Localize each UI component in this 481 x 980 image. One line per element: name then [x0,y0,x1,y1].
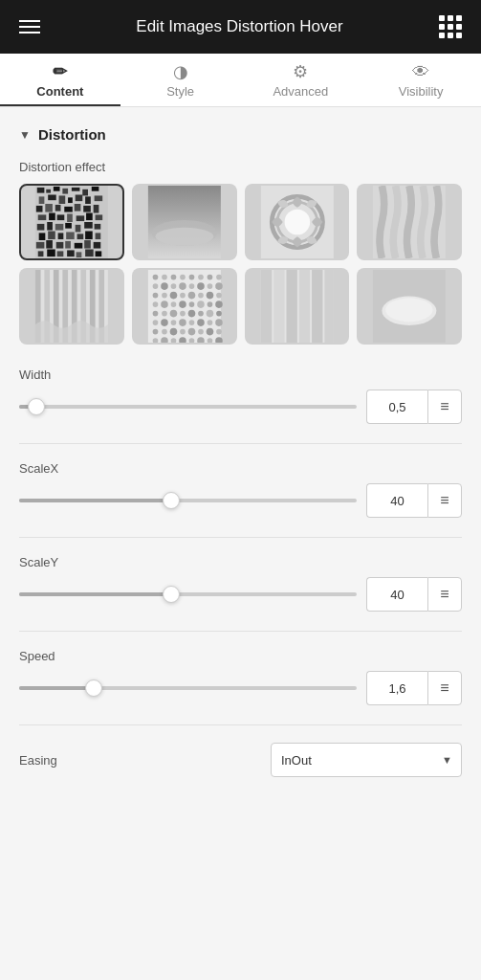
svg-rect-27 [86,213,93,221]
speed-label: Speed [19,649,462,663]
svg-point-107 [152,311,158,317]
svg-point-123 [152,329,158,335]
scaley-track[interactable] [19,592,357,596]
svg-point-76 [162,275,167,280]
svg-point-115 [152,320,158,325]
svg-rect-52 [57,251,64,256]
scaley-label: ScaleY [19,555,462,569]
effect-thumb-2[interactable] [132,184,237,260]
svg-point-113 [206,310,213,318]
svg-rect-41 [85,232,93,240]
svg-rect-141 [273,270,284,343]
main-content: ▼ Distortion Distortion effect [0,107,481,796]
speed-unit-button[interactable]: ≡ [427,671,462,705]
distortion-section-header: ▼ Distortion [19,126,462,143]
svg-rect-3 [54,187,60,191]
svg-point-106 [215,301,223,308]
effect-thumb-3[interactable] [245,184,350,260]
svg-rect-28 [96,214,103,220]
section-title: Distortion [38,126,106,143]
effect-thumb-7[interactable] [245,268,350,345]
tab-content[interactable]: ✏ Content [0,54,120,106]
svg-rect-46 [65,241,71,249]
svg-rect-56 [96,251,102,256]
svg-rect-24 [57,214,65,220]
scaley-control: ≡ [19,577,462,612]
svg-point-116 [161,319,168,326]
speed-track[interactable] [19,686,357,690]
svg-point-111 [187,310,195,318]
svg-rect-143 [298,270,309,343]
svg-rect-19 [75,204,81,212]
svg-point-59 [155,228,213,246]
scaley-input[interactable] [366,577,427,612]
menu-button[interactable] [19,20,40,33]
speed-slider-row: Speed ≡ [19,649,462,705]
svg-rect-22 [38,214,47,220]
width-track[interactable] [19,405,357,409]
tabs-bar: ✏ Content ◑ Style ⚙ Advanced 👁 Visibilit… [0,54,481,107]
tab-style[interactable]: ◑ Style [120,54,241,106]
svg-point-127 [187,328,195,336]
width-thumb[interactable] [28,398,45,415]
easing-label: Easing [19,753,57,768]
scaley-unit-button[interactable]: ≡ [427,577,462,612]
width-input[interactable] [366,390,427,424]
scalex-unit-button[interactable]: ≡ [427,483,462,518]
svg-point-86 [179,282,186,290]
svg-rect-4 [62,189,68,194]
speed-input[interactable] [366,671,427,705]
svg-rect-25 [67,213,73,222]
svg-rect-15 [36,206,43,212]
tab-advanced-label: Advanced [273,84,328,99]
width-unit-button[interactable]: ≡ [427,390,462,424]
style-icon: ◑ [173,63,188,80]
tab-visibility[interactable]: 👁 Visibility [361,54,481,106]
scalex-input[interactable] [366,483,427,518]
svg-rect-50 [38,251,44,256]
visibility-icon: 👁 [412,63,429,80]
tab-advanced[interactable]: ⚙ Advanced [241,54,361,106]
svg-rect-31 [55,224,64,231]
svg-rect-5 [72,188,80,191]
effect-thumb-4[interactable] [357,184,462,260]
speed-thumb[interactable] [85,679,102,697]
effect-thumb-8[interactable] [357,268,462,345]
effect-thumb-1[interactable] [19,184,124,260]
svg-rect-36 [39,233,46,240]
apps-button[interactable] [439,15,462,38]
svg-rect-53 [67,250,75,256]
svg-rect-23 [49,213,55,221]
svg-point-124 [162,329,167,335]
svg-point-126 [180,329,186,335]
scalex-track[interactable] [19,499,357,502]
svg-point-109 [169,310,177,318]
svg-rect-21 [94,205,99,213]
scaley-thumb[interactable] [163,586,180,603]
svg-rect-33 [76,225,81,233]
easing-select-wrapper: In Out InOut Linear [271,743,462,777]
svg-point-103 [188,301,194,307]
scalex-thumb[interactable] [163,492,180,509]
svg-rect-14 [95,195,103,201]
collapse-arrow-icon[interactable]: ▼ [19,128,31,142]
effect-thumb-5[interactable] [19,268,124,345]
easing-select[interactable]: In Out InOut Linear [271,743,462,777]
width-control: ≡ [19,390,462,424]
svg-rect-29 [37,224,45,231]
svg-rect-9 [48,195,56,201]
svg-point-100 [161,301,168,308]
tab-content-label: Content [36,84,83,99]
svg-rect-142 [286,270,296,343]
svg-point-85 [170,283,176,289]
svg-point-80 [198,275,204,280]
scalex-slider-row: ScaleX ≡ [19,461,462,518]
svg-rect-144 [312,270,322,343]
svg-rect-16 [45,204,53,212]
divider-3 [19,631,462,632]
svg-rect-18 [64,207,73,212]
svg-point-84 [161,282,168,290]
easing-row: Easing In Out InOut Linear [19,743,462,777]
effect-thumb-6[interactable] [132,268,237,345]
divider-1 [19,443,462,444]
